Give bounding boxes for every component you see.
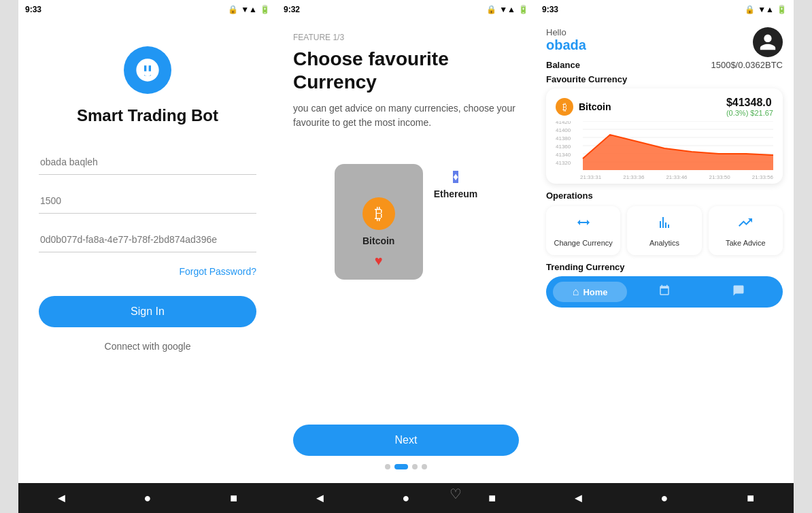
pagination-dots <box>293 464 519 469</box>
password-input[interactable] <box>39 227 256 252</box>
currency-selector: ₿ Bitcoin ♥ ♦ Ethereum ♡ <box>293 150 519 425</box>
avatar[interactable] <box>753 27 783 57</box>
bitcoin-card[interactable]: ₿ Bitcoin ♥ <box>335 164 423 280</box>
price-chart-svg: 41420 41400 41380 41360 41340 41320 <box>556 121 773 170</box>
home-nav-label: Home <box>583 287 607 297</box>
status-bar-3: 9:33 🔒 ▼▲ 🔋 <box>535 0 794 19</box>
next-button[interactable]: Next <box>293 425 519 456</box>
home-nav-icon: ⌂ <box>573 286 579 298</box>
trending-icon <box>737 214 754 231</box>
nav-bar-2: ◄ ● ■ <box>277 483 535 513</box>
hello-text: Hello <box>546 27 586 37</box>
exchange-icon <box>575 214 592 231</box>
bottom-nav: ⌂ Home <box>546 276 783 308</box>
lock-icon: 🔒 <box>228 5 238 14</box>
take-advice-icon <box>737 214 754 235</box>
analytics-icon <box>656 214 673 235</box>
feature-label: FEATURE 1/3 <box>293 33 519 42</box>
status-icons-1: 🔒 ▼▲ 🔋 <box>228 5 270 14</box>
square-button-2[interactable]: ■ <box>483 489 502 508</box>
nav-bar-3: ◄ ● ■ <box>535 483 794 513</box>
app-logo <box>124 46 171 94</box>
take-advice-label: Take Advice <box>726 239 766 247</box>
screen3: 9:33 🔒 ▼▲ 🔋 Hello obada Balance 1500$/0.… <box>535 0 794 513</box>
status-icons-3: 🔒 ▼▲ 🔋 <box>745 5 787 14</box>
dot-4 <box>422 464 427 469</box>
svg-point-1 <box>150 61 153 65</box>
back-button-2[interactable]: ◄ <box>310 489 329 508</box>
btc-change: (0.3%) $21.67 <box>726 109 773 117</box>
svg-text:41400: 41400 <box>556 127 571 133</box>
chart-x-1: 21:33:36 <box>623 174 644 180</box>
dot-1 <box>385 464 390 469</box>
back-button-3[interactable]: ◄ <box>569 489 588 508</box>
onboard-desc: you can get advice on many currencies, c… <box>293 101 519 130</box>
operations-label: Operations <box>546 191 783 201</box>
fav-currency-label: Favourite Currency <box>546 74 783 84</box>
balance-input[interactable] <box>39 188 256 214</box>
status-icons-2: 🔒 ▼▲ 🔋 <box>486 5 528 14</box>
nav-calendar-item[interactable] <box>627 280 701 303</box>
status-bar-2: 9:32 🔒 ▼▲ 🔋 <box>277 0 535 19</box>
balance-label: Balance <box>546 60 580 70</box>
screen1-content: Smart Trading Bot Forgot Password? Sign … <box>18 19 277 483</box>
time-1: 9:33 <box>25 5 41 14</box>
btc-name-row: ₿ Bitcoin <box>556 98 611 116</box>
calendar-nav-icon <box>658 284 671 299</box>
username-input[interactable] <box>39 150 256 175</box>
status-bar-1: 9:33 🔒 ▼▲ 🔋 <box>18 0 277 19</box>
wifi-icon-3: ▼▲ <box>758 5 774 14</box>
home-button-3[interactable]: ● <box>655 489 674 508</box>
balance-value: 1500$/0.0362BTC <box>711 60 783 70</box>
svg-marker-14 <box>583 135 773 170</box>
message-nav-icon <box>732 284 745 299</box>
btc-card-header: ₿ Bitcoin $41348.0 (0.3%) $21.67 <box>556 97 773 117</box>
screen2-content: FEATURE 1/3 Choose favourite Currency yo… <box>277 19 535 483</box>
screen1: 9:33 🔒 ▼▲ 🔋 Smart Trading Bot Forgot Pas… <box>18 0 277 513</box>
bar-chart-icon <box>656 214 673 231</box>
square-button-3[interactable]: ■ <box>741 489 760 508</box>
btc-icon: ₿ <box>556 98 573 116</box>
dot-2 <box>394 464 408 469</box>
wifi-icon: ▼▲ <box>241 5 257 14</box>
username-display: obada <box>546 37 586 53</box>
square-button-1[interactable]: ■ <box>224 489 243 508</box>
connect-google-text: Connect with google <box>105 341 191 352</box>
nav-home-item[interactable]: ⌂ Home <box>553 282 627 302</box>
bitcoin-heart-icon[interactable]: ♥ <box>375 253 383 269</box>
lock-icon-2: 🔒 <box>486 5 496 14</box>
forgot-password-link[interactable]: Forgot Password? <box>179 266 256 277</box>
screen3-content: Hello obada Balance 1500$/0.0362BTC Favo… <box>535 19 794 483</box>
back-button-1[interactable]: ◄ <box>52 489 71 508</box>
analytics-label: Analytics <box>649 239 679 247</box>
time-2: 9:32 <box>284 5 300 14</box>
home-button-2[interactable]: ● <box>396 489 416 508</box>
chart-x-2: 21:33:46 <box>666 174 687 180</box>
ethereum-coin-icon: ♦ <box>453 171 458 183</box>
nav-message-item[interactable] <box>702 280 776 303</box>
chart-x-3: 21:33:50 <box>709 174 730 180</box>
time-3: 9:33 <box>542 5 558 14</box>
change-currency-icon <box>575 214 592 235</box>
battery-icon-3: 🔋 <box>777 5 787 14</box>
svg-text:41360: 41360 <box>556 144 571 150</box>
analytics-card[interactable]: Analytics <box>627 206 701 255</box>
svg-text:41420: 41420 <box>556 121 571 125</box>
sign-in-button[interactable]: Sign In <box>39 296 256 327</box>
ethereum-name: Ethereum <box>434 188 478 199</box>
take-advice-card[interactable]: Take Advice <box>709 206 783 255</box>
trending-label: Trending Currency <box>546 262 783 272</box>
change-currency-card[interactable]: Change Currency <box>546 206 620 255</box>
message-icon <box>732 284 745 297</box>
btc-price-block: $41348.0 (0.3%) $21.67 <box>726 97 773 117</box>
svg-text:41340: 41340 <box>556 152 571 158</box>
s3-header: Hello obada <box>546 27 783 57</box>
btc-label: Bitcoin <box>579 101 611 112</box>
chart-x-4: 21:33:56 <box>752 174 773 180</box>
bitcoin-name: Bitcoin <box>362 235 394 246</box>
home-button-1[interactable]: ● <box>138 489 157 508</box>
chart-x-labels: 21:33:31 21:33:36 21:33:46 21:33:50 21:3… <box>556 174 773 180</box>
calendar-icon <box>658 284 671 297</box>
avatar-icon <box>758 33 777 52</box>
battery-icon-2: 🔋 <box>518 5 528 14</box>
